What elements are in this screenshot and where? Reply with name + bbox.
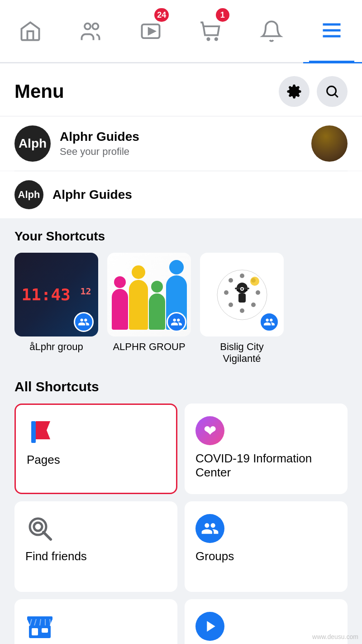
svg-rect-34: [27, 616, 52, 620]
watch-badge: 24: [154, 8, 169, 22]
shortcut-label-clock: åLphr group: [29, 341, 83, 353]
svg-point-22: [240, 308, 244, 313]
shortcut-badge-colorful: [167, 312, 186, 332]
alphr-guides-row[interactable]: Alph Alphr Guides: [0, 171, 362, 218]
svg-line-10: [335, 95, 338, 97]
shortcuts-title: Your Shortcuts: [14, 229, 348, 244]
shortcuts-grid: 11:43 12 åLphr group: [14, 253, 348, 365]
shortcut-thumb-colorful: [107, 253, 191, 336]
nav-notifications[interactable]: [249, 0, 294, 62]
marketplace-icon: [25, 612, 54, 641]
covid-label: COVID-19 Information Center: [195, 452, 337, 480]
shortcut-label-colorful: ALPHR GROUP: [113, 341, 185, 353]
nav-watch[interactable]: 24: [128, 0, 173, 62]
search-button[interactable]: [317, 76, 348, 107]
groups-icon: [195, 514, 224, 543]
marketplace-badge: 1: [216, 8, 229, 22]
nav-marketplace[interactable]: 1: [189, 0, 234, 62]
svg-point-18: [240, 274, 244, 278]
svg-point-20: [256, 290, 260, 295]
shortcut-card-covid[interactable]: ❤ COVID-19 Information Center: [185, 404, 348, 494]
profile-info: Alphr Guides See your profile: [60, 130, 139, 158]
watch-icon: [195, 612, 224, 641]
alphr-guides-name: Alphr Guides: [52, 187, 132, 202]
shortcut-thumb-clock: 11:43 12: [14, 253, 98, 336]
profile-subtitle: See your profile: [60, 146, 139, 158]
shortcut-card-find-friends[interactable]: Find friends: [14, 501, 177, 592]
menu-header: Menu: [0, 63, 362, 116]
shortcut-badge-clock: [74, 312, 94, 332]
svg-point-9: [327, 87, 336, 96]
nav-menu[interactable]: [309, 0, 354, 62]
shortcut-vigilante[interactable]: Bislig City Vigilanté: [200, 253, 284, 365]
svg-point-23: [229, 303, 233, 307]
covid-icon: ❤: [195, 416, 224, 445]
avatar-text: Alph: [19, 136, 47, 151]
menu-title: Menu: [14, 81, 64, 102]
shortcut-thumb-vigilante: [200, 253, 284, 336]
find-friends-icon: [25, 514, 54, 543]
shortcut-card-groups[interactable]: Groups: [185, 501, 348, 592]
shortcut-card-marketplace[interactable]: Marketplace: [14, 599, 177, 644]
profile-right-avatar: [311, 125, 348, 162]
all-shortcuts-title: All Shortcuts: [14, 379, 348, 394]
profile-section[interactable]: Alph Alphr Guides See your profile: [0, 116, 362, 171]
shortcut-card-pages[interactable]: Pages: [14, 404, 177, 494]
alphr-avatar: Alph: [14, 180, 43, 209]
svg-point-5: [215, 38, 217, 40]
pages-label: Pages: [27, 453, 165, 467]
groups-label: Groups: [195, 549, 337, 563]
menu-header-actions: [279, 76, 348, 107]
svg-marker-3: [149, 28, 155, 34]
svg-point-1: [92, 23, 98, 29]
svg-point-26: [250, 277, 259, 286]
svg-point-25: [229, 278, 233, 283]
shortcut-colorful[interactable]: ALPHR GROUP: [107, 253, 191, 365]
svg-point-0: [85, 23, 90, 29]
svg-point-29: [34, 523, 42, 531]
profile-left: Alph Alphr Guides See your profile: [14, 125, 139, 162]
profile-name: Alphr Guides: [60, 130, 139, 144]
your-shortcuts-section: Your Shortcuts 11:43 12 åLphr group: [0, 218, 362, 372]
svg-marker-35: [207, 621, 215, 631]
svg-rect-33: [42, 628, 48, 633]
shortcuts-cards-grid: Pages ❤ COVID-19 Information Center Find…: [14, 404, 348, 644]
svg-rect-27: [31, 421, 36, 443]
avatar: Alph: [14, 125, 51, 162]
all-shortcuts-section: All Shortcuts Pages ❤ COVID-19 Informati…: [0, 372, 362, 644]
svg-point-4: [207, 38, 209, 40]
shortcut-clock[interactable]: 11:43 12 åLphr group: [14, 253, 98, 365]
svg-point-24: [224, 290, 229, 295]
nav-friends[interactable]: [68, 0, 113, 62]
svg-rect-32: [32, 628, 38, 635]
shortcut-label-vigilante: Bislig City Vigilanté: [200, 341, 284, 365]
shortcut-badge-vigilante: [259, 312, 279, 332]
nav-home[interactable]: [8, 0, 53, 62]
svg-point-21: [251, 303, 256, 307]
svg-rect-17: [238, 293, 246, 303]
top-navigation: 24 1: [0, 0, 362, 63]
svg-line-30: [43, 532, 51, 539]
alphr-avatar-text: Alph: [18, 189, 40, 201]
watermark: www.deusu.com: [312, 633, 358, 640]
settings-button[interactable]: [279, 76, 310, 107]
svg-point-16: [241, 288, 243, 290]
pages-icon: [27, 418, 56, 447]
find-friends-label: Find friends: [25, 549, 167, 563]
